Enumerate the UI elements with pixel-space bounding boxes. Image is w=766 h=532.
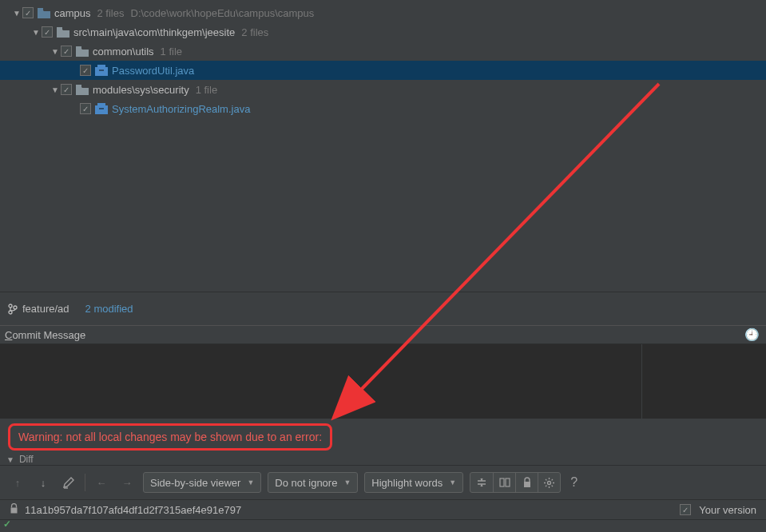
warning-area: Warning: not all local changes may be sh… <box>0 419 766 454</box>
svg-rect-15 <box>524 482 530 487</box>
tree-row-systemrealm[interactable]: ✓ SystemAuthorizingRealm.java <box>0 99 766 118</box>
java-class-icon <box>94 102 109 115</box>
svg-rect-4 <box>97 65 105 68</box>
lock-icon[interactable] <box>515 473 538 492</box>
chevron-down-icon: ▼ <box>247 478 254 486</box>
prev-change-icon[interactable]: ↑ <box>8 473 27 492</box>
viewer-mode-dropdown[interactable]: Side-by-side viewer ▼ <box>143 472 261 493</box>
svg-rect-8 <box>97 103 105 106</box>
commit-message-body <box>0 343 766 419</box>
diff-toolbar: ↑ ↓ ← → Side-by-side viewer ▼ Do not ign… <box>0 465 766 500</box>
back-icon[interactable]: ← <box>92 473 111 492</box>
warning-box: Warning: not all local changes may be sh… <box>8 423 332 451</box>
checkbox[interactable]: ✓ <box>80 103 91 114</box>
highlight-mode-dropdown[interactable]: Highlight words ▼ <box>364 472 463 493</box>
dropdown-label: Do not ignore <box>275 477 337 489</box>
edit-icon[interactable] <box>59 473 78 492</box>
node-label: campus <box>54 7 91 19</box>
commit-message-label: Commit Message <box>5 329 85 341</box>
lock-icon <box>10 503 18 516</box>
branch-indicator[interactable]: feature/ad <box>8 303 69 315</box>
svg-rect-2 <box>76 46 81 49</box>
node-meta: 1 file <box>161 46 182 58</box>
branch-status-bar: feature/ad 2 modified <box>0 292 766 325</box>
checkbox[interactable]: ✓ <box>680 504 691 515</box>
checkmark-icon: ✓ <box>3 518 11 530</box>
commit-message-header: Commit Message 🕘 <box>0 326 766 343</box>
checkbox[interactable]: ✓ <box>61 84 72 95</box>
commit-side-panel <box>642 344 766 419</box>
svg-rect-6 <box>76 85 81 87</box>
chevron-down-icon: ▼ <box>449 478 456 486</box>
node-label: PasswordUtil.java <box>112 65 194 77</box>
svg-rect-13 <box>500 478 504 486</box>
svg-rect-17 <box>11 508 18 514</box>
history-icon[interactable]: 🕘 <box>744 328 760 342</box>
collapse-unchanged-icon[interactable] <box>470 473 493 492</box>
commit-message-section: Commit Message 🕘 <box>0 325 766 419</box>
gear-icon[interactable] <box>538 473 560 492</box>
modified-link[interactable]: 2 modified <box>85 303 133 315</box>
branch-name: feature/ad <box>22 303 69 315</box>
diff-section-header[interactable]: ▼ Diff <box>0 454 766 465</box>
tree-row-modules[interactable]: ▼ ✓ modules\sys\security 1 file <box>0 80 766 99</box>
svg-rect-5 <box>99 69 104 71</box>
dropdown-label: Highlight words <box>371 477 443 489</box>
node-meta: 1 file <box>196 84 217 96</box>
svg-rect-14 <box>506 478 510 486</box>
branch-icon <box>8 304 18 315</box>
java-class-icon <box>94 64 109 77</box>
ignore-whitespace-dropdown[interactable]: Do not ignore ▼ <box>268 472 358 493</box>
node-label: src\main\java\com\thinkgem\jeesite <box>73 26 235 38</box>
changes-tree[interactable]: ▼ ✓ campus 2 files D:\code\work\hopeEdu\… <box>0 0 766 292</box>
checkbox[interactable]: ✓ <box>61 46 72 57</box>
svg-point-10 <box>9 304 12 308</box>
forward-icon[interactable]: → <box>117 473 137 492</box>
diff-label: Diff <box>19 454 34 465</box>
toolbar-separator <box>85 474 85 491</box>
commit-message-input[interactable] <box>0 344 642 419</box>
toolbar-button-group <box>470 472 561 493</box>
folder-icon <box>56 26 70 38</box>
chevron-down-icon: ▼ <box>343 478 351 486</box>
node-label: common\utils <box>93 46 154 58</box>
svg-rect-7 <box>95 105 108 114</box>
svg-rect-0 <box>38 8 43 10</box>
gutter-strip: ✓ <box>0 519 766 524</box>
chevron-down-icon[interactable]: ▼ <box>50 47 61 56</box>
next-change-icon[interactable]: ↓ <box>34 473 53 492</box>
your-version-label: Your version <box>699 504 756 516</box>
sync-scroll-icon[interactable] <box>493 473 515 492</box>
node-meta-count: 2 files <box>97 7 125 19</box>
chevron-down-icon[interactable]: ▼ <box>50 85 61 94</box>
checkbox[interactable]: ✓ <box>22 7 34 18</box>
tree-row-common[interactable]: ▼ ✓ common\utils 1 file <box>0 42 766 61</box>
chevron-down-icon[interactable]: ▼ <box>6 455 14 464</box>
revision-row: 11a1b957da7f107afd4df1d2f7315aef4e91e797… <box>0 500 766 519</box>
node-label: modules\sys\security <box>93 84 189 96</box>
node-meta-path: D:\code\work\hopeEdu\campus\campus <box>131 7 315 19</box>
chevron-down-icon[interactable]: ▼ <box>30 28 42 37</box>
svg-rect-9 <box>99 108 104 109</box>
svg-point-12 <box>14 306 17 309</box>
tree-row-root[interactable]: ▼ ✓ campus 2 files D:\code\work\hopeEdu\… <box>0 3 766 22</box>
checkbox[interactable]: ✓ <box>42 26 53 38</box>
folder-icon <box>75 45 89 58</box>
svg-point-16 <box>548 481 551 484</box>
warning-text: Warning: not all local changes may be sh… <box>18 431 322 443</box>
help-icon[interactable]: ? <box>570 475 577 490</box>
folder-icon <box>75 83 89 96</box>
tree-row-passwordutil[interactable]: ✓ PasswordUtil.java <box>0 61 766 80</box>
node-meta: 2 files <box>241 26 268 38</box>
svg-rect-1 <box>57 27 62 30</box>
your-version-toggle[interactable]: ✓ Your version <box>680 504 756 516</box>
module-folder-icon <box>37 6 51 19</box>
commit-hash: 11a1b957da7f107afd4df1d2f7315aef4e91e797 <box>25 504 241 516</box>
svg-rect-3 <box>95 67 108 76</box>
checkbox[interactable]: ✓ <box>80 65 91 76</box>
chevron-down-icon[interactable]: ▼ <box>11 9 22 18</box>
dropdown-label: Side-by-side viewer <box>150 477 240 489</box>
node-label: SystemAuthorizingRealm.java <box>112 103 250 115</box>
tree-row-package[interactable]: ▼ ✓ src\main\java\com\thinkgem\jeesite 2… <box>0 22 766 42</box>
